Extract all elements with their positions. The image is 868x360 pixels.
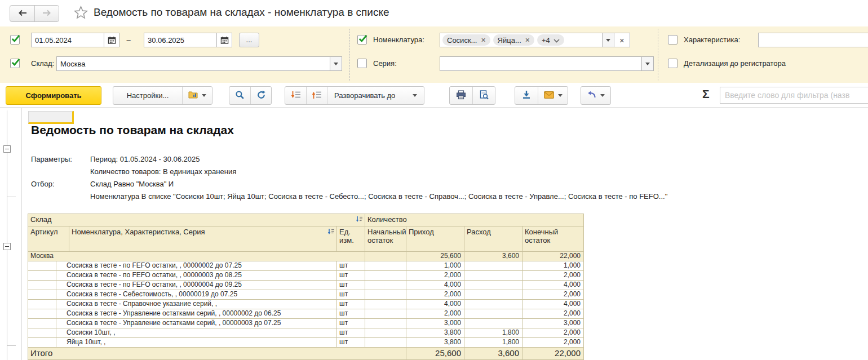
period-from-input[interactable] <box>32 33 104 47</box>
closing-cell[interactable]: 2,000 <box>522 328 584 338</box>
column-header-nomenclature[interactable]: Номенклатура, Характеристика, Серия <box>69 226 337 252</box>
nomenclature-cell[interactable]: Сосиска в тесте - Управление остатками с… <box>56 319 337 328</box>
article-cell[interactable] <box>28 290 56 300</box>
expand-to-button[interactable]: Разворачивать до <box>327 87 424 104</box>
column-header-income[interactable]: Приход <box>406 226 464 252</box>
warehouse-input[interactable] <box>57 57 330 70</box>
article-cell[interactable] <box>28 338 56 348</box>
unit-cell[interactable]: шт <box>337 290 365 300</box>
period-to-input[interactable] <box>144 33 216 47</box>
nomenclature-cell[interactable]: Сосиска в тесте - по FEFO остатки, , 000… <box>56 281 337 290</box>
article-cell[interactable] <box>28 328 56 338</box>
chevron-down-icon[interactable] <box>641 57 653 70</box>
article-cell[interactable] <box>28 281 56 290</box>
tag-close-icon[interactable]: × <box>481 36 485 44</box>
opening-cell[interactable] <box>365 309 406 319</box>
characteristic-checkbox[interactable] <box>668 35 677 45</box>
expense-cell[interactable] <box>464 300 522 309</box>
nomenclature-tag[interactable]: Яйца...× <box>493 34 534 46</box>
article-cell[interactable] <box>28 319 56 328</box>
closing-cell[interactable]: 2,000 <box>522 309 584 319</box>
nomenclature-more-tag[interactable]: +4 <box>537 34 564 46</box>
favorite-star-icon[interactable] <box>73 5 88 22</box>
closing-cell[interactable]: 4,000 <box>522 300 584 309</box>
unit-cell[interactable]: шт <box>337 309 365 319</box>
expense-cell[interactable] <box>464 271 522 281</box>
income-cell[interactable]: 25,600 <box>406 252 464 261</box>
unit-cell[interactable]: шт <box>337 300 365 309</box>
collapse-group-icon[interactable] <box>3 243 11 250</box>
unit-cell[interactable]: шт <box>337 271 365 281</box>
income-total-cell[interactable]: 25,600 <box>406 348 464 360</box>
report-variants-button[interactable] <box>182 87 212 104</box>
sigma-icon[interactable]: Σ <box>702 87 710 101</box>
active-cell[interactable] <box>28 111 74 124</box>
opening-cell[interactable] <box>365 281 406 290</box>
closing-total-cell[interactable]: 22,000 <box>522 348 584 360</box>
opening-cell[interactable] <box>365 328 406 338</box>
restore-settings-button[interactable] <box>581 87 610 104</box>
opening-cell[interactable] <box>365 300 406 309</box>
find-next-button[interactable] <box>250 87 271 104</box>
nomenclature-tag[interactable]: Сосиск...× <box>442 34 490 46</box>
nomenclature-cell[interactable]: Сосиска в тесте - по FEFO остатки, , 000… <box>56 271 337 281</box>
unit-cell[interactable]: шт <box>337 328 365 338</box>
calendar-icon[interactable] <box>104 33 119 47</box>
expense-cell[interactable] <box>464 261 522 271</box>
income-cell[interactable]: 2,000 <box>406 309 464 319</box>
group-name-cell[interactable]: Москва <box>28 252 365 261</box>
chevron-down-icon[interactable] <box>602 33 614 47</box>
closing-cell[interactable]: 3,000 <box>522 319 584 328</box>
expense-cell[interactable] <box>464 309 522 319</box>
send-mail-button[interactable] <box>538 87 568 104</box>
series-input[interactable] <box>440 57 641 70</box>
tag-close-icon[interactable]: × <box>525 36 530 44</box>
expense-cell[interactable]: 1,800 <box>464 338 522 348</box>
article-cell[interactable] <box>28 261 56 271</box>
settings-button[interactable]: Настройки... <box>113 87 182 104</box>
print-button[interactable] <box>450 87 472 104</box>
closing-cell[interactable]: 2,000 <box>522 338 584 348</box>
income-cell[interactable]: 2,000 <box>406 290 464 300</box>
sort-descending-icon[interactable] <box>327 228 335 237</box>
nomenclature-cell[interactable]: Сосиска в тесте - Управление остатками с… <box>56 309 337 319</box>
collapse-group-icon[interactable] <box>3 145 11 153</box>
article-cell[interactable] <box>28 271 56 281</box>
unit-cell[interactable]: шт <box>337 261 365 271</box>
nomenclature-cell[interactable]: Сосиска в тесте - по FEFO остатки, , 000… <box>56 261 337 271</box>
income-cell[interactable]: 2,000 <box>406 271 464 281</box>
column-header-unit[interactable]: Ед. изм. <box>337 226 365 252</box>
article-cell[interactable] <box>28 309 56 319</box>
forward-button[interactable] <box>34 6 59 21</box>
band-header-warehouse[interactable]: Склад <box>28 214 365 226</box>
band-header-quantity[interactable]: Количество <box>365 214 584 226</box>
opening-cell[interactable] <box>365 252 406 261</box>
nomenclature-cell[interactable]: Яйца 10шт, , <box>56 338 337 348</box>
expense-cell[interactable] <box>464 281 522 290</box>
unit-cell[interactable]: шт <box>337 319 365 328</box>
column-header-closing[interactable]: Конечный остаток <box>522 226 584 252</box>
characteristic-input[interactable] <box>759 33 868 47</box>
nomenclature-cell[interactable]: Сосиски 10шт, , <box>56 328 337 338</box>
income-cell[interactable]: 3,000 <box>406 319 464 328</box>
period-checkbox[interactable] <box>10 35 20 45</box>
income-cell[interactable]: 3,800 <box>406 338 464 348</box>
opening-cell[interactable] <box>365 290 406 300</box>
opening-cell[interactable] <box>365 319 406 328</box>
opening-cell[interactable] <box>365 338 406 348</box>
closing-cell[interactable]: 2,000 <box>522 271 584 281</box>
back-button[interactable] <box>10 6 34 21</box>
opening-cell[interactable] <box>365 261 406 271</box>
calendar-icon[interactable] <box>216 33 232 47</box>
income-cell[interactable]: 1,000 <box>406 261 464 271</box>
unit-cell[interactable]: шт <box>337 281 365 290</box>
income-cell[interactable]: 4,000 <box>406 300 464 309</box>
unit-cell[interactable]: шт <box>337 338 365 348</box>
total-label-cell[interactable]: Итого <box>28 348 406 360</box>
nomenclature-cell[interactable]: Сосиска в тесте - Справочное указание се… <box>56 300 337 309</box>
closing-cell[interactable]: 1,000 <box>522 261 584 271</box>
nomenclature-cell[interactable]: Сосиска в тесте - Себестоимость, , 00000… <box>56 290 337 300</box>
income-cell[interactable]: 4,000 <box>406 281 464 290</box>
column-header-article[interactable]: Артикул <box>28 226 69 252</box>
series-checkbox[interactable] <box>357 59 367 68</box>
